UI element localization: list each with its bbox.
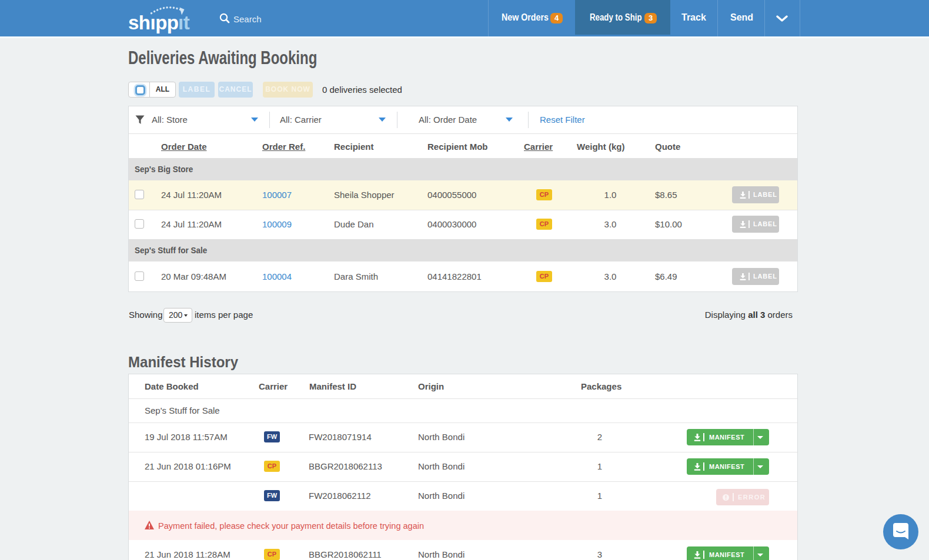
svg-text:ıt: ıt bbox=[178, 12, 190, 33]
svg-text:shıpp: shıpp bbox=[128, 12, 179, 33]
